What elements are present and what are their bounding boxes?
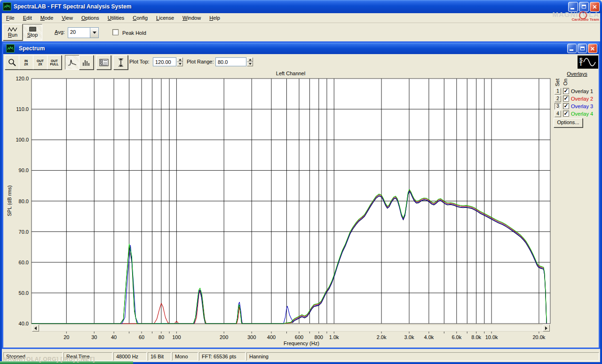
- status-bar: StoppedReal Time48000 Hz16 BitMonoFFT: 6…: [2, 351, 600, 362]
- menu-item-window[interactable]: Window: [178, 14, 205, 23]
- overlays-options-button[interactable]: Options...: [554, 118, 583, 127]
- avg-value: 20: [68, 28, 90, 38]
- avg-label: Avg:: [55, 29, 65, 35]
- zoom-out-2x-label-top: OUT: [37, 59, 44, 63]
- vertical-range-icon: [117, 58, 125, 67]
- menu-item-options[interactable]: Options: [77, 14, 103, 23]
- overlay-3-set-button[interactable]: 3: [554, 103, 561, 110]
- line-plot-view-button[interactable]: [65, 55, 79, 70]
- spectrum-chart: 20304060801002003004006008001.0k2.0k3.0k…: [3, 70, 599, 348]
- menu-item-file[interactable]: File: [2, 14, 19, 23]
- menu-item-view[interactable]: View: [57, 14, 77, 23]
- menu-item-help[interactable]: Help: [205, 14, 224, 23]
- svg-text:300: 300: [247, 334, 256, 340]
- svg-text:600: 600: [295, 334, 303, 340]
- display-options-button[interactable]: [96, 55, 111, 70]
- window-title: SpectraLAB - FFT Spectral Analysis Syste…: [14, 3, 131, 10]
- spectrum-close-button[interactable]: ✕: [588, 44, 597, 53]
- spectrum-title: Spectrum: [19, 45, 45, 52]
- svg-text:10.0k: 10.0k: [485, 334, 498, 340]
- svg-text:30: 30: [91, 334, 97, 340]
- plot-range-spin-down[interactable]: [247, 62, 253, 67]
- peak-hold-label: Peak Hold: [122, 30, 146, 36]
- spectrum-window: Spectrum ✕ IN 2X OUT 2X OUT FULL: [2, 41, 600, 349]
- amplitude-scale-button[interactable]: [113, 55, 128, 70]
- svg-text:Left Channel: Left Channel: [276, 71, 305, 76]
- plot-top-input[interactable]: [153, 57, 176, 66]
- svg-text:Frequency (Hz): Frequency (Hz): [284, 340, 319, 346]
- zoom-out-full-button[interactable]: OUT FULL: [47, 55, 62, 70]
- title-bar: SpectraLAB - FFT Spectral Analysis Syste…: [0, 0, 602, 13]
- menu-item-utilities[interactable]: Utilities: [103, 14, 128, 23]
- svg-text:120.0: 120.0: [16, 76, 29, 81]
- overlay-3-on-checkbox[interactable]: ✓: [563, 103, 569, 109]
- spectrum-toolbar: IN 2X OUT 2X OUT FULL: [3, 54, 599, 70]
- svg-text:400: 400: [267, 334, 276, 340]
- bar-plot-view-button[interactable]: [79, 55, 94, 70]
- svg-text:80.0: 80.0: [19, 198, 29, 204]
- zoom-full-label-bottom: FULL: [50, 63, 59, 66]
- svg-text:60: 60: [139, 334, 144, 340]
- menu-item-license[interactable]: License: [152, 14, 178, 23]
- zoom-in-2x-label-bottom: 2X: [24, 63, 28, 66]
- zoom-full-label-top: OUT: [51, 59, 58, 63]
- close-button[interactable]: ✕: [590, 2, 600, 12]
- overlay-4-label: Overlay 4: [571, 111, 593, 117]
- plot-top-spinner[interactable]: [177, 57, 183, 66]
- plot-range-spin-up[interactable]: [247, 57, 253, 62]
- menu-item-edit[interactable]: Edit: [19, 14, 36, 23]
- overlay-1-on-checkbox[interactable]: ✓: [563, 88, 569, 94]
- spectrum-minimize-button[interactable]: [567, 44, 577, 53]
- window-border: [0, 13, 2, 362]
- status-panel-mode: Real Time: [63, 352, 112, 361]
- bar-chart-icon: [82, 59, 91, 66]
- plot-top-spin-down[interactable]: [177, 62, 183, 67]
- svg-text:100: 100: [172, 334, 181, 340]
- plot-range-input[interactable]: [215, 57, 246, 66]
- overlay-2-on-checkbox[interactable]: ✓: [563, 95, 569, 102]
- settings-list-icon: [99, 59, 109, 66]
- scroll-right-button[interactable]: [543, 324, 550, 332]
- overlay-2-set-button[interactable]: 2: [554, 95, 561, 102]
- menu-item-config[interactable]: Config: [128, 14, 152, 23]
- overlay-1-set-button[interactable]: 1: [554, 88, 561, 95]
- overlay-row-3: 3✓Overlay 3: [554, 103, 593, 110]
- stop-button[interactable]: Stop: [23, 24, 42, 40]
- zoom-out-2x-button[interactable]: OUT 2X: [33, 55, 48, 70]
- stop-label: top: [31, 32, 38, 38]
- sine-wave-icon: [583, 56, 597, 68]
- plot-range-spinner[interactable]: [247, 57, 253, 66]
- svg-text:70.0: 70.0: [19, 229, 29, 235]
- waveform-icon: [8, 27, 18, 32]
- menu-item-mode[interactable]: Mode: [36, 14, 58, 23]
- overlay-row-1: 1✓Overlay 1: [554, 87, 593, 95]
- zoom-in-2x-label-top: IN: [24, 59, 28, 63]
- zoom-in-2x-button[interactable]: IN 2X: [19, 55, 33, 70]
- overlay-4-on-checkbox[interactable]: ✓: [563, 111, 569, 117]
- minimize-button[interactable]: [568, 2, 578, 12]
- avg-dropdown-arrow[interactable]: [90, 28, 98, 38]
- taskbar-sliver: [0, 361, 133, 364]
- spectrum-title-bar: Spectrum ✕: [3, 43, 599, 54]
- avg-dropdown[interactable]: 20: [68, 27, 99, 38]
- spectrum-maximize-button[interactable]: [578, 44, 587, 53]
- run-button[interactable]: Run: [3, 24, 23, 40]
- main-toolbar: Run Stop Avg: 20 Peak Hold: [2, 23, 600, 42]
- svg-text:6.0k: 6.0k: [452, 334, 461, 340]
- overlays-set-column-label: Set: [554, 79, 560, 87]
- svg-text:200: 200: [220, 334, 228, 340]
- status-panel-channels: Mono: [172, 352, 198, 361]
- plot-range-label: Plot Range:: [187, 59, 214, 64]
- overlay-1-label: Overlay 1: [571, 88, 593, 94]
- plot-top-label: Plot Top:: [129, 59, 150, 64]
- maximize-button[interactable]: [579, 2, 589, 12]
- overlays-on-column-label: On: [562, 79, 568, 86]
- svg-text:2.0k: 2.0k: [377, 334, 387, 340]
- frequency-scrollbar-track[interactable]: [32, 324, 550, 332]
- overlay-row-4: 4✓Overlay 4: [554, 110, 593, 117]
- peak-hold-checkbox[interactable]: [112, 29, 119, 35]
- zoom-select-button[interactable]: [5, 55, 19, 70]
- scroll-left-button[interactable]: [32, 324, 39, 332]
- plot-top-spin-up[interactable]: [177, 57, 183, 62]
- overlay-4-set-button[interactable]: 4: [554, 111, 561, 117]
